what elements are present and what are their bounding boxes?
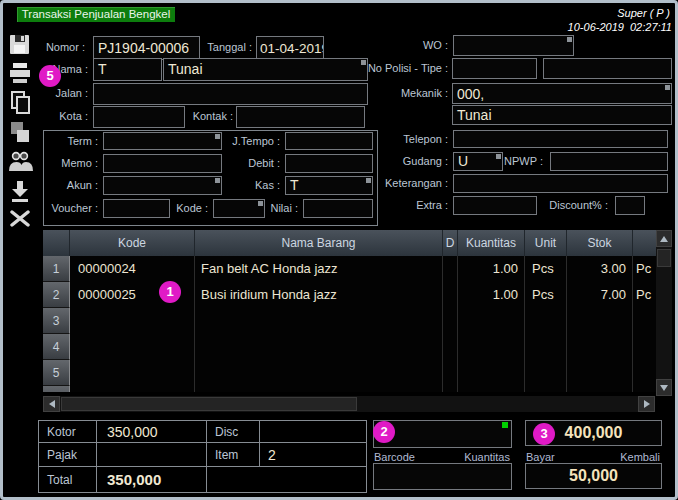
gudang-input[interactable]: U <box>453 152 503 171</box>
kotor-label: Kotor <box>39 421 97 443</box>
tipe-input[interactable] <box>543 58 672 79</box>
telepon-input[interactable] <box>453 130 668 148</box>
unit-cell[interactable] <box>525 386 567 392</box>
nama-cell[interactable] <box>195 386 443 392</box>
kode-cell[interactable] <box>70 360 195 386</box>
npwp-input[interactable] <box>550 152 668 171</box>
dropdown-corner-icon[interactable] <box>361 60 366 65</box>
kembali-input[interactable]: 50,000 <box>525 463 662 489</box>
dropdown-corner-icon[interactable] <box>496 154 501 159</box>
d-cell[interactable] <box>443 360 458 386</box>
rownum-cell[interactable]: 5 <box>43 360 70 386</box>
stok-cell[interactable] <box>567 308 633 334</box>
kuantitas-cell[interactable]: 1.00 <box>458 256 525 282</box>
nama-cell[interactable]: Fan belt AC Honda jazz <box>195 256 443 282</box>
copy-icon[interactable] <box>9 90 32 119</box>
memo-input[interactable] <box>103 154 222 173</box>
debit-input[interactable] <box>285 154 373 173</box>
kuantitas-cell[interactable] <box>458 386 525 392</box>
extra-cell[interactable]: Pc <box>633 282 656 308</box>
no-polisi-input[interactable] <box>452 58 537 79</box>
dropdown-corner-icon[interactable] <box>567 37 572 42</box>
d-cell[interactable] <box>443 334 458 360</box>
d-cell[interactable] <box>443 282 458 308</box>
rownum-cell[interactable]: 1 <box>43 256 70 282</box>
rownum-cell[interactable]: 3 <box>43 308 70 334</box>
nama-name-input[interactable]: Tunai <box>163 58 368 81</box>
unit-cell[interactable] <box>525 308 567 334</box>
nama-cell[interactable] <box>195 308 443 334</box>
kode-input[interactable] <box>213 199 265 218</box>
scroll-up-button[interactable] <box>656 230 672 247</box>
extra-cell[interactable] <box>633 386 656 392</box>
rownum-cell[interactable]: 2 <box>43 282 70 308</box>
scroll-down-button[interactable] <box>656 379 672 396</box>
mekanik-name-input[interactable]: Tunai <box>452 105 672 125</box>
kuantitas-cell[interactable] <box>458 308 525 334</box>
jalan-input[interactable] <box>93 83 368 105</box>
stok-cell[interactable]: 3.00 <box>567 256 633 282</box>
dropdown-corner-icon[interactable] <box>258 201 263 206</box>
extra-input[interactable] <box>453 196 537 215</box>
print-icon[interactable] <box>8 62 32 88</box>
rownum-cell[interactable] <box>43 386 70 392</box>
dropdown-corner-icon[interactable] <box>215 134 220 139</box>
close-icon[interactable] <box>10 210 30 231</box>
tanggal-input[interactable]: 01-04-2019 <box>256 36 324 60</box>
unit-cell[interactable] <box>525 360 567 386</box>
customers-icon[interactable] <box>8 150 33 177</box>
unit-cell[interactable] <box>525 334 567 360</box>
d-cell[interactable] <box>443 308 458 334</box>
d-cell[interactable] <box>443 256 458 282</box>
duplicate-icon[interactable] <box>8 120 31 149</box>
kas-input[interactable]: T <box>285 176 373 195</box>
keterangan-input[interactable] <box>453 174 668 193</box>
stok-cell[interactable] <box>567 360 633 386</box>
kuantitas-cell[interactable]: 1.00 <box>458 282 525 308</box>
nama-cell[interactable]: Busi iridium Honda jazz <box>195 282 443 308</box>
kuantitas-cell[interactable] <box>458 360 525 386</box>
kode-cell[interactable] <box>70 386 195 392</box>
akun-input[interactable] <box>103 176 222 195</box>
extra-cell[interactable] <box>633 308 656 334</box>
extra-cell[interactable]: Pc <box>633 256 656 282</box>
kuantitas-input[interactable] <box>373 463 512 490</box>
nama-cell[interactable] <box>195 360 443 386</box>
dropdown-corner-icon[interactable] <box>366 178 371 183</box>
horizontal-scroll-thumb[interactable] <box>61 397 357 411</box>
voucher-input[interactable] <box>103 199 170 218</box>
export-icon[interactable] <box>10 180 31 207</box>
term-input[interactable] <box>103 132 222 150</box>
mekanik-input[interactable]: 000, <box>452 83 672 104</box>
vertical-scroll-thumb[interactable] <box>657 249 671 267</box>
scroll-right-button[interactable] <box>638 396 655 412</box>
unit-cell[interactable]: Pcs <box>525 282 567 308</box>
extra-cell[interactable] <box>633 360 656 386</box>
stok-cell[interactable] <box>567 386 633 392</box>
kode-cell[interactable]: 00000024 <box>70 256 195 282</box>
nomor-input[interactable]: PJ1904-00006 <box>93 36 200 60</box>
rownum-cell[interactable]: 4 <box>43 334 70 360</box>
extra-cell[interactable] <box>633 334 656 360</box>
save-icon[interactable] <box>9 34 30 59</box>
jtempo-input[interactable] <box>285 132 373 150</box>
nama-code-input[interactable]: T <box>93 58 162 81</box>
d-cell[interactable] <box>443 386 458 392</box>
scroll-left-button[interactable] <box>43 396 60 412</box>
dropdown-corner-icon[interactable] <box>665 85 670 90</box>
kota-input[interactable] <box>93 106 185 128</box>
kontak-input[interactable] <box>236 106 365 128</box>
stok-cell[interactable]: 7.00 <box>567 282 633 308</box>
dropdown-corner-icon[interactable] <box>215 178 220 183</box>
stok-cell[interactable] <box>567 334 633 360</box>
horizontal-scrollbar[interactable] <box>43 396 655 412</box>
nama-cell[interactable] <box>195 334 443 360</box>
kode-cell[interactable] <box>70 308 195 334</box>
unit-cell[interactable]: Pcs <box>525 256 567 282</box>
kode-cell[interactable] <box>70 334 195 360</box>
nilai-input[interactable] <box>303 199 373 218</box>
wo-input[interactable] <box>453 35 574 56</box>
discount-input[interactable] <box>615 196 645 215</box>
kuantitas-cell[interactable] <box>458 334 525 360</box>
vertical-scrollbar[interactable] <box>656 230 672 396</box>
